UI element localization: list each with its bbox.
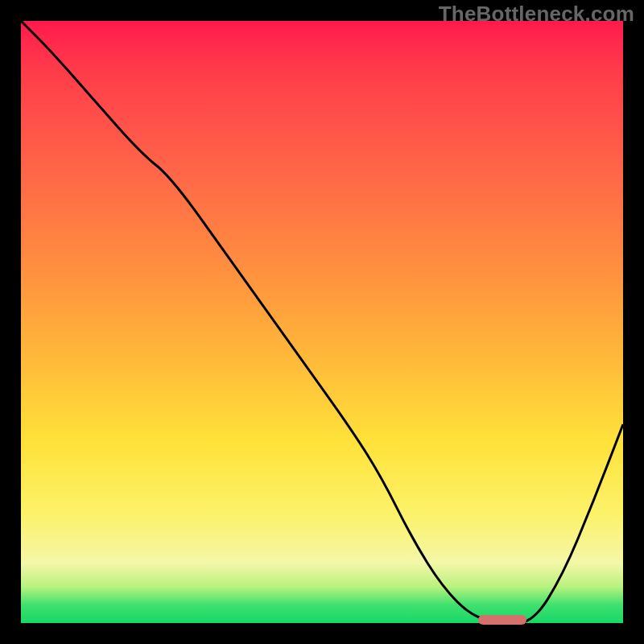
- optimal-marker: [478, 615, 526, 625]
- curve-svg: [21, 21, 623, 623]
- plot-area: [21, 21, 623, 623]
- bottleneck-curve: [21, 21, 623, 623]
- chart-frame: TheBottleneck.com: [0, 0, 644, 644]
